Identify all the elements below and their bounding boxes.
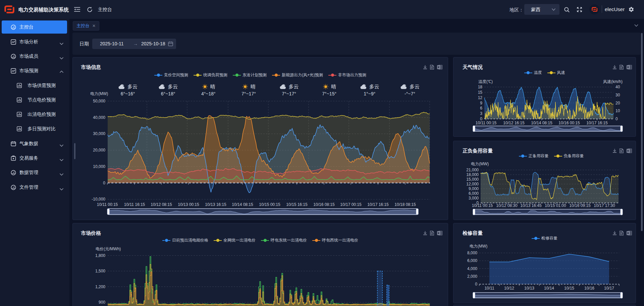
svg-text:10/11 16:15: 10/11 16:15	[124, 202, 145, 207]
svg-text:30: 30	[615, 93, 620, 97]
svg-text:风速(km/h): 风速(km/h)	[603, 79, 623, 84]
svg-text:3: 3	[480, 111, 482, 116]
svg-text:10/16 09:15: 10/16 09:15	[569, 203, 591, 208]
svg-text:-10,000: -10,000	[92, 197, 105, 202]
svg-text:10/17: 10/17	[604, 286, 614, 291]
svg-text:12,000: 12,000	[466, 182, 479, 186]
svg-text:6,000: 6,000	[467, 258, 477, 263]
svg-text:2,000: 2,000	[467, 274, 477, 279]
svg-text:0: 0	[475, 282, 477, 287]
svg-text:温度(℃): 温度(℃)	[478, 79, 493, 84]
svg-text:8,000: 8,000	[467, 251, 477, 255]
svg-text:10/13 16:45: 10/13 16:45	[520, 203, 542, 208]
svg-text:10,000: 10,000	[93, 164, 105, 169]
svg-text:10/15 16:15: 10/15 16:15	[286, 202, 308, 207]
svg-text:0: 0	[615, 117, 618, 121]
svg-text:9: 9	[480, 101, 482, 105]
svg-text:电力(MW): 电力(MW)	[90, 91, 108, 96]
svg-text:10/13 00:15: 10/13 00:15	[178, 202, 199, 207]
svg-text:10/17 16:15: 10/17 16:15	[367, 202, 389, 207]
svg-text:50,000: 50,000	[93, 99, 105, 103]
svg-text:18: 18	[478, 85, 483, 89]
svg-text:9,000: 9,000	[469, 186, 479, 191]
svg-text:10: 10	[615, 108, 620, 113]
svg-text:10/14 08:15: 10/14 08:15	[531, 121, 552, 125]
svg-text:10/12: 10/12	[504, 286, 514, 291]
svg-text:15,000: 15,000	[466, 177, 479, 182]
svg-text:10/12 08:30: 10/12 08:30	[496, 203, 518, 208]
svg-text:10/17 16:15: 10/17 16:15	[586, 121, 608, 125]
svg-text:10/17 17:30: 10/17 17:30	[594, 203, 615, 208]
svg-text:20,000: 20,000	[93, 148, 105, 152]
svg-text:电力(MW): 电力(MW)	[470, 244, 487, 249]
svg-text:40,000: 40,000	[93, 115, 105, 120]
svg-text:10/11 00:15: 10/11 00:15	[97, 202, 118, 207]
svg-text:10/14 08:15: 10/14 08:15	[232, 202, 253, 207]
svg-text:10/15: 10/15	[564, 286, 574, 291]
svg-text:18,000: 18,000	[466, 172, 479, 177]
svg-text:40: 40	[615, 85, 620, 89]
svg-text:6: 6	[480, 106, 482, 111]
svg-text:电价(元/MWh): 电价(元/MWh)	[96, 247, 121, 251]
svg-text:6,000: 6,000	[469, 191, 479, 196]
svg-text:10/12 08:15: 10/12 08:15	[151, 202, 172, 207]
svg-text:1,500: 1,500	[95, 269, 105, 273]
svg-text:10/12 16:15: 10/12 16:15	[503, 121, 525, 125]
svg-text:12: 12	[478, 95, 483, 100]
svg-text:1,800: 1,800	[95, 253, 105, 258]
svg-text:10/14: 10/14	[544, 286, 554, 291]
svg-text:10/16: 10/16	[584, 286, 594, 291]
svg-text:10/16 00:15: 10/16 00:15	[558, 121, 580, 125]
svg-text:10/15 00:15: 10/15 00:15	[259, 202, 280, 207]
svg-text:15: 15	[478, 90, 483, 95]
svg-text:0: 0	[103, 181, 105, 185]
svg-text:10/16 08:15: 10/16 08:15	[313, 202, 335, 207]
svg-text:10/17 00:15: 10/17 00:15	[340, 202, 362, 207]
svg-text:10/11 00:15: 10/11 00:15	[476, 121, 497, 125]
svg-text:10/11: 10/11	[484, 286, 494, 291]
svg-text:20: 20	[615, 101, 620, 105]
svg-text:电力(MW): 电力(MW)	[471, 162, 489, 166]
svg-text:1,200: 1,200	[95, 285, 105, 289]
svg-text:3,000: 3,000	[469, 196, 479, 201]
svg-text:21,000: 21,000	[466, 168, 479, 172]
svg-text:900: 900	[99, 300, 105, 305]
svg-text:30,000: 30,000	[93, 131, 105, 136]
svg-text:10/13: 10/13	[524, 286, 534, 291]
svg-text:10/15 01:00: 10/15 01:00	[545, 203, 566, 208]
svg-text:10/13 16:15: 10/13 16:15	[205, 202, 226, 207]
svg-text:10/18 08:15: 10/18 08:15	[394, 202, 416, 207]
svg-text:10/11 00:15: 10/11 00:15	[472, 203, 493, 208]
svg-text:4,000: 4,000	[467, 266, 477, 271]
